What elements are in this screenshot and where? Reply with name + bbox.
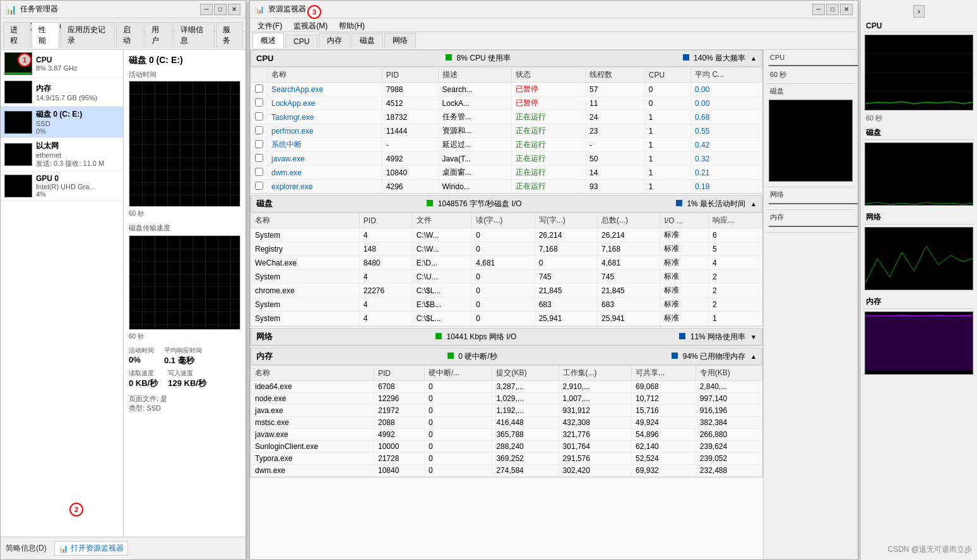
rm-menu-help[interactable]: 帮助(H) [334,20,370,30]
network-chevron-icon[interactable]: ▼ [750,334,757,341]
cpu-row-checkbox[interactable] [251,124,268,138]
mem-table-row[interactable]: javaw.exe 4992 0 365,788 321,776 54,896 … [251,429,762,441]
cpu-th-status[interactable]: 状态 [512,67,586,83]
cpu-th-threads[interactable]: 线程数 [585,67,644,83]
tab-startup[interactable]: 启动 [116,22,143,48]
tab-history[interactable]: 应用历史记录 [61,22,115,48]
network-section-header[interactable]: 网络 10441 Kbps 网络 I/O 11% 网络使用率 ▼ [251,329,762,346]
sidebar-item-disk[interactable]: 磁盘 0 (C: E:) SSD 0% [1,107,123,138]
cpu-table-row[interactable]: SearchApp.exe 7988 Search... 已暂停 57 0 0.… [251,83,762,96]
disk-th-name[interactable]: 名称 [251,213,360,228]
minimize-button[interactable]: ─ [200,4,213,15]
tab-services[interactable]: 服务 [216,22,243,48]
cpu-table-row[interactable]: perfmon.exe 11444 资源和... 正在运行 23 1 0.55 [251,124,762,138]
tab-details[interactable]: 详细信息 [174,22,215,48]
mem-table-row[interactable]: node.exe 12296 0 1,029,... 1,007,... 10,… [251,393,762,405]
rm-tab-cpu[interactable]: CPU [285,35,317,48]
mem-th-workset[interactable]: 工作集(...) [559,366,632,381]
cpu-row-checkbox[interactable] [251,152,268,166]
brief-info-link[interactable]: 简略信息(D) [6,543,47,554]
cpu-th-pid[interactable]: PID [382,67,438,83]
disk-th-response[interactable]: 响应... [709,213,762,228]
disk-th-write[interactable]: 写(字...) [535,213,597,228]
rm-maximize[interactable]: □ [826,4,839,15]
disk-table-row[interactable]: System 4 C:\U... 0 745 745 标准 2 [251,270,762,284]
rm-close[interactable]: ✕ [840,4,853,15]
disk-table-row[interactable]: fontdrvhost.exe 21488 C:\W... 15,267 0 1… [251,325,762,327]
mem-table-row[interactable]: java.exe 21972 0 1,192,... 931,912 15,71… [251,405,762,417]
rm-tab-network[interactable]: 网络 [384,33,416,48]
cpu-th-name[interactable]: 名称 [268,67,382,83]
disk-table-row[interactable]: chrome.exe 22276 C:\$L... 0 21,845 21,84… [251,284,762,298]
mem-table-row[interactable]: dwm.exe 10840 0 274,584 302,420 69,932 2… [251,465,762,477]
sidebar-item-memory[interactable]: 内存 14.9/15.7 GB (95%) [1,78,123,107]
tab-process[interactable]: 进程 [3,22,30,48]
disk-th-total[interactable]: 总数(...) [598,213,660,228]
cpu-table-row[interactable]: Taskmgr.exe 18732 任务管... 正在运行 24 1 0.68 [251,110,762,124]
disk-section-header[interactable]: 磁盘 1048576 字节/秒磁盘 I/O 1% 最长活动时间 ▲ [251,195,762,213]
memory-section-header[interactable]: 内存 0 硬中断/秒 94% 已用物理内存 ▲ [251,348,762,365]
cpu-table-row[interactable]: explorer.exe 4296 Windo... 正在运行 93 1 0.1… [251,180,762,194]
disk-th-pid[interactable]: PID [359,213,412,228]
disk-th-file[interactable]: 文件 [412,213,472,228]
mem-th-pid[interactable]: PID [374,366,424,381]
disk-table-row[interactable]: System 4 E:\$B... 0 683 683 标准 2 [251,298,762,312]
cpu-row-name[interactable]: 系统中断 [268,138,382,152]
cpu-table-row[interactable]: LockApp.exe 4512 LockA... 已暂停 11 0 0.00 [251,96,762,110]
cpu-row-name[interactable]: Taskmgr.exe [268,110,382,124]
disk-table-row[interactable]: Registry 148 C:\W... 0 7,168 7,168 标准 5 [251,242,762,256]
cpu-chevron-icon[interactable]: ▲ [750,55,757,62]
cpu-table-row[interactable]: dwm.exe 10840 桌面窗... 正在运行 14 1 0.21 [251,166,762,180]
rm-tab-memory[interactable]: 内存 [319,33,350,48]
cpu-section-header[interactable]: CPU 8% CPU 使用率 140% 最大频率 ▲ [251,50,762,67]
cpu-th-checkbox[interactable] [251,67,268,83]
disk-th-io[interactable]: I/O ... [660,213,709,228]
disk-row-read: 0 [472,284,535,298]
rm-menu-monitor[interactable]: 监视器(M) [288,20,333,30]
rm-tab-disk[interactable]: 磁盘 [352,33,383,48]
mem-th-shareable[interactable]: 可共享... [632,366,696,381]
cpu-row-name[interactable]: explorer.exe [268,180,382,194]
disk-table-row[interactable]: WeChat.exe 8480 E:\D... 4,681 0 4,681 标准… [251,256,762,270]
cpu-th-avgcpu[interactable]: 平均 C... [691,67,762,83]
sidebar-item-network[interactable]: 以太网 ethernet 发送: 0.3 接收: 11.0 M [1,138,123,172]
cpu-table-row[interactable]: javaw.exe 4992 Java(T... 正在运行 50 1 0.32 [251,152,762,166]
cpu-row-checkbox[interactable] [251,110,268,124]
sidebar-item-gpu[interactable]: GPU 0 Intel(R) UHD Gra... 4% [1,172,123,201]
cpu-th-desc[interactable]: 描述 [438,67,512,83]
mem-table-row[interactable]: mstsc.exe 2088 0 416,448 432,308 49,924 … [251,417,762,429]
mem-th-name[interactable]: 名称 [251,366,374,381]
cpu-row-checkbox[interactable] [251,83,268,96]
memory-chevron-icon[interactable]: ▲ [750,353,757,360]
cpu-row-name[interactable]: javaw.exe [268,152,382,166]
disk-table-row[interactable]: System 4 C:\W... 0 26,214 26,214 标准 6 [251,228,762,242]
mem-table-row[interactable]: Typora.exe 21728 0 369,252 291,576 52,52… [251,453,762,465]
mem-th-commit[interactable]: 提交(KB) [492,366,559,381]
cpu-row-checkbox[interactable] [251,180,268,194]
cpu-row-name[interactable]: LockApp.exe [268,96,382,110]
disk-chevron-icon[interactable]: ▲ [750,201,757,207]
mem-table-row[interactable]: idea64.exe 6708 0 3,287,... 2,910,... 69… [251,381,762,393]
cpu-row-checkbox[interactable] [251,166,268,180]
mem-table-row[interactable]: SunloginClient.exe 10000 0 288,240 301,7… [251,441,762,453]
mem-th-private[interactable]: 专用(KB) [696,366,762,381]
disk-table-row[interactable]: System 4 C:\$L... 0 25,941 25,941 标准 1 [251,312,762,325]
tab-users[interactable]: 用户 [145,22,172,48]
maximize-button[interactable]: □ [214,4,227,15]
cpu-row-checkbox[interactable] [251,138,268,152]
open-resource-monitor-link[interactable]: 📊 打开资源监视器 [54,541,128,556]
cpu-table-row[interactable]: 系统中断 - 延迟过... 正在运行 - 1 0.42 [251,138,762,152]
disk-th-read[interactable]: 读(字...) [472,213,535,228]
cpu-row-checkbox[interactable] [251,96,268,110]
rm-tab-overview[interactable]: 概述 [252,33,284,48]
close-button[interactable]: ✕ [228,4,240,15]
cpu-th-cpu[interactable]: CPU [644,67,690,83]
expand-button[interactable]: › [913,5,925,18]
tab-performance[interactable]: 性能 [32,22,59,49]
rm-minimize[interactable]: ─ [812,4,825,15]
mem-th-hardfault[interactable]: 硬中断/... [424,366,492,381]
cpu-row-name[interactable]: perfmon.exe [268,124,382,138]
cpu-row-name[interactable]: SearchApp.exe [268,83,382,96]
rm-menu-file[interactable]: 文件(F) [252,20,287,30]
cpu-row-name[interactable]: dwm.exe [268,166,382,180]
